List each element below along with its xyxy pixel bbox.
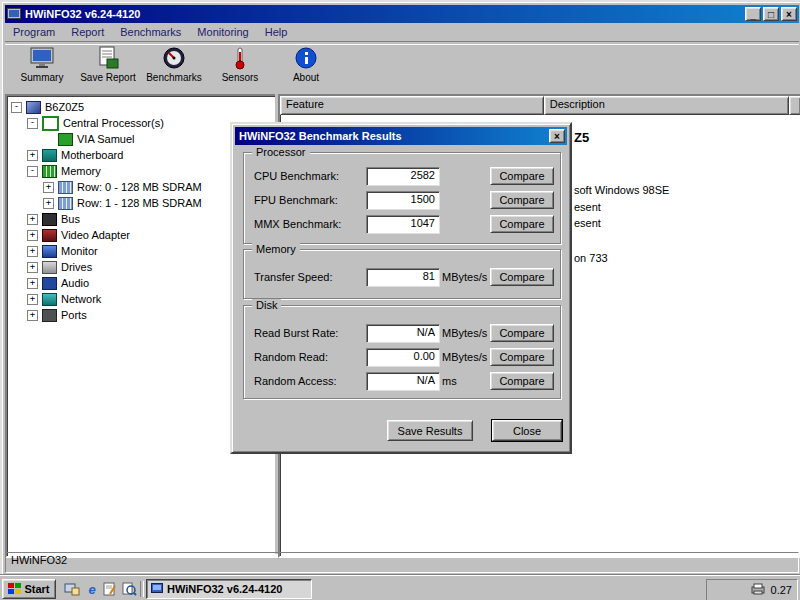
detail-fragment: esent — [574, 217, 601, 229]
desktop-icon[interactable] — [62, 580, 82, 598]
taskbar: Start e HWiNFO32 v6.24-4120 0.27 — [0, 574, 800, 600]
expand-toggle[interactable]: + — [27, 246, 38, 257]
menu-benchmarks[interactable]: Benchmarks — [112, 24, 189, 40]
toolbar-about-button[interactable]: About — [277, 45, 335, 90]
tree-item-computer-root[interactable]: - B6Z0Z5 — [7, 99, 277, 115]
expand-toggle[interactable]: + — [27, 262, 38, 273]
bus-icon — [42, 213, 57, 226]
toolbar-sensors-button[interactable]: Sensors — [211, 45, 269, 90]
mmx-benchmark-label: MMX Benchmark: — [254, 218, 341, 230]
toolbar-benchmarks-button[interactable]: Benchmarks — [145, 45, 203, 90]
read-burst-label: Read Burst Rate: — [254, 327, 338, 339]
cpu-benchmark-value: 2582 — [366, 167, 440, 186]
expand-toggle[interactable]: + — [27, 214, 38, 225]
ram-icon — [58, 181, 73, 194]
memory-icon — [42, 165, 57, 178]
save-report-icon — [95, 45, 121, 70]
monitor-icon — [42, 245, 57, 258]
dialog-close-icon[interactable]: × — [549, 129, 565, 143]
mmx-benchmark-row: MMX Benchmark: 1047 Compare — [244, 215, 560, 233]
read-burst-row: Read Burst Rate: N/A MBytes/s Compare — [244, 324, 560, 342]
drives-icon — [42, 261, 57, 274]
column-header-feature[interactable]: Feature — [280, 96, 544, 115]
window-titlebar[interactable]: HWiNFO32 v6.24-4120 _ □ × — [5, 5, 799, 23]
close-button[interactable]: × — [781, 7, 797, 21]
toolbar-summary-label: Summary — [21, 72, 64, 83]
expand-toggle[interactable]: + — [43, 182, 54, 193]
expand-toggle[interactable]: + — [27, 310, 38, 321]
start-button[interactable]: Start — [2, 579, 56, 599]
expand-toggle[interactable]: + — [43, 198, 54, 209]
minimize-button[interactable]: _ — [745, 7, 761, 21]
viewer-magnifier-icon[interactable] — [119, 580, 139, 598]
start-label: Start — [24, 583, 49, 595]
toolbar-save-report-button[interactable]: Save Report — [79, 45, 137, 90]
random-access-unit: ms — [442, 375, 457, 387]
toolbar: Summary Save Report Benchmarks Sensors A… — [5, 43, 799, 94]
processor-group-legend: Processor — [252, 146, 310, 158]
ports-icon — [42, 309, 57, 322]
ram-icon — [58, 197, 73, 210]
toolbar-benchmarks-label: Benchmarks — [146, 72, 202, 83]
detail-fragment: on 733 — [574, 252, 608, 264]
expand-toggle[interactable]: - — [27, 166, 38, 177]
compare-fpu-button[interactable]: Compare — [490, 191, 554, 209]
window-title: HWiNFO32 v6.24-4120 — [25, 8, 140, 20]
benchmark-gauge-icon — [161, 45, 187, 70]
compare-read-burst-button[interactable]: Compare — [490, 324, 554, 342]
hwinfo-task-button[interactable]: HWiNFO32 v6.24-4120 — [146, 579, 312, 599]
menu-program[interactable]: Program — [5, 24, 63, 40]
read-burst-value: N/A — [366, 324, 440, 343]
system-tray: 0.27 — [706, 579, 798, 600]
expand-toggle[interactable]: + — [27, 294, 38, 305]
cpu-benchmark-row: CPU Benchmark: 2582 Compare — [244, 167, 560, 185]
compare-random-read-button[interactable]: Compare — [490, 348, 554, 366]
menu-bar: Program Report Benchmarks Monitoring Hel… — [5, 23, 799, 41]
maximize-button[interactable]: □ — [763, 7, 779, 21]
detail-header-row: Feature Description — [280, 96, 800, 113]
menu-monitoring[interactable]: Monitoring — [189, 24, 256, 40]
random-access-label: Random Access: — [254, 375, 337, 387]
dialog-title: HWiNFO32 Benchmark Results — [239, 130, 402, 142]
tree-item-label: Ports — [61, 309, 87, 321]
tree-item-label: Row: 1 - 128 MB SDRAM — [77, 197, 202, 209]
menu-help[interactable]: Help — [257, 24, 296, 40]
transfer-speed-value: 81 — [366, 268, 440, 287]
compare-cpu-button[interactable]: Compare — [490, 167, 554, 185]
fpu-benchmark-row: FPU Benchmark: 1500 Compare — [244, 191, 560, 209]
toolbar-about-label: About — [293, 72, 319, 83]
quick-launch-separator — [140, 581, 144, 597]
compare-random-access-button[interactable]: Compare — [490, 372, 554, 390]
memory-group-legend: Memory — [252, 243, 300, 255]
column-header-description[interactable]: Description — [544, 96, 789, 115]
expand-toggle[interactable]: + — [27, 278, 38, 289]
menu-report[interactable]: Report — [63, 24, 112, 40]
tree-item-label: Drives — [61, 261, 92, 273]
notes-icon[interactable] — [100, 580, 120, 598]
chip-icon — [58, 133, 73, 146]
dialog-close-button[interactable]: Close — [492, 420, 562, 441]
random-access-row: Random Access: N/A ms Compare — [244, 372, 560, 390]
tray-printer-icon[interactable] — [750, 583, 766, 597]
expand-toggle[interactable]: - — [11, 102, 22, 113]
detail-fragment: soft Windows 98SE — [574, 184, 669, 196]
save-results-button[interactable]: Save Results — [387, 420, 473, 441]
expand-toggle[interactable]: + — [27, 150, 38, 161]
fpu-benchmark-value: 1500 — [366, 191, 440, 210]
windows-logo-icon — [8, 583, 21, 596]
thermometer-icon — [227, 45, 253, 70]
status-text: HWiNFO32 — [11, 554, 67, 566]
expand-toggle[interactable]: + — [27, 230, 38, 241]
tree-item-label: Network — [61, 293, 101, 305]
computer-icon — [26, 101, 41, 114]
motherboard-icon — [42, 149, 57, 162]
tree-item-label: VIA Samuel — [77, 133, 134, 145]
random-access-value: N/A — [366, 372, 440, 391]
dialog-titlebar[interactable]: HWiNFO32 Benchmark Results — [235, 127, 567, 145]
expand-toggle[interactable]: - — [27, 118, 38, 129]
read-burst-unit: MBytes/s — [442, 327, 487, 339]
compare-memory-button[interactable]: Compare — [490, 268, 554, 286]
toolbar-summary-button[interactable]: Summary — [13, 45, 71, 90]
internet-explorer-icon[interactable]: e — [82, 580, 102, 598]
compare-mmx-button[interactable]: Compare — [490, 215, 554, 233]
